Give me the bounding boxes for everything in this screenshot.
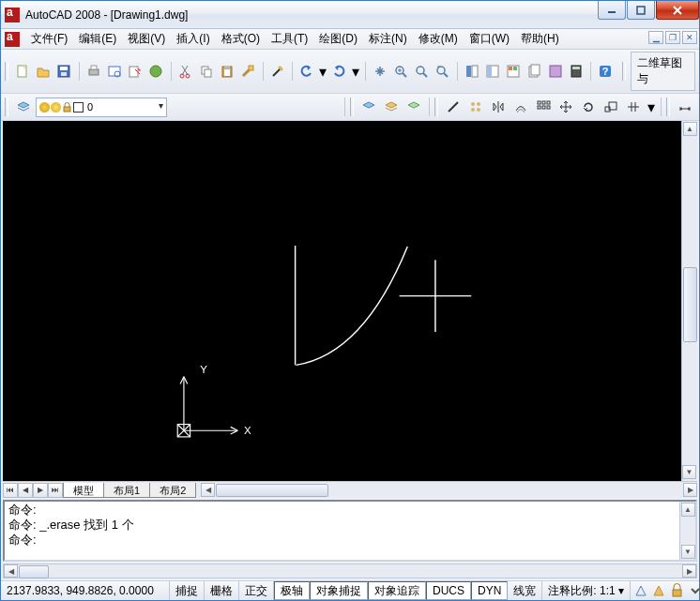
menu-format[interactable]: 格式(O) bbox=[216, 29, 266, 49]
menu-tools[interactable]: 工具(T) bbox=[266, 29, 313, 49]
tab-nav-next[interactable]: ▶ bbox=[33, 483, 48, 498]
array-button[interactable] bbox=[533, 97, 554, 117]
menu-help[interactable]: 帮助(H) bbox=[515, 29, 565, 49]
tab-nav-first[interactable]: ⏮ bbox=[3, 483, 18, 498]
toggle-polar[interactable]: 极轴 bbox=[274, 581, 310, 600]
scale-button[interactable] bbox=[601, 97, 621, 117]
layer-combo[interactable]: 0 bbox=[36, 98, 167, 117]
cut-button[interactable] bbox=[176, 61, 195, 82]
menu-file[interactable]: 文件(F) bbox=[25, 29, 73, 49]
lock-icon[interactable] bbox=[669, 582, 685, 598]
scroll-thumb-h[interactable] bbox=[216, 484, 328, 497]
properties-button[interactable] bbox=[462, 61, 480, 82]
publish-button[interactable] bbox=[126, 61, 145, 82]
undo-button[interactable] bbox=[297, 61, 316, 82]
menu-insert[interactable]: 插入(I) bbox=[171, 29, 215, 49]
scroll-up-button[interactable]: ▲ bbox=[681, 503, 695, 517]
annovis-icon[interactable] bbox=[651, 582, 667, 598]
layerprev-button[interactable] bbox=[381, 97, 402, 117]
toolbar-grip[interactable] bbox=[622, 62, 626, 81]
toggle-snap[interactable]: 捕捉 bbox=[170, 581, 205, 600]
command-scrollbar-h[interactable]: ◀ ▶ bbox=[3, 563, 697, 578]
print-button[interactable] bbox=[84, 61, 103, 82]
scroll-thumb[interactable] bbox=[683, 267, 697, 342]
markup-button[interactable] bbox=[546, 61, 565, 82]
canvas-scrollbar-v[interactable]: ▲ ▼ bbox=[681, 121, 697, 481]
annoscale-icon[interactable] bbox=[633, 582, 649, 598]
menu-modify[interactable]: 修改(M) bbox=[413, 29, 464, 49]
blockeditor-button[interactable] bbox=[267, 61, 286, 82]
scroll-track[interactable] bbox=[18, 564, 682, 578]
redo-button[interactable] bbox=[329, 61, 348, 82]
quickcalc-button[interactable] bbox=[567, 61, 586, 82]
paste-button[interactable] bbox=[218, 61, 236, 82]
tab-layout2[interactable]: 布局2 bbox=[149, 483, 196, 498]
toggle-osnap[interactable]: 对象捕捉 bbox=[310, 581, 368, 600]
menu-edit[interactable]: 编辑(E) bbox=[73, 29, 122, 49]
toggle-lwt[interactable]: 线宽 bbox=[508, 581, 542, 600]
new-button[interactable] bbox=[13, 61, 32, 82]
mdi-close[interactable]: ✕ bbox=[682, 31, 697, 44]
menu-view[interactable]: 视图(V) bbox=[122, 29, 171, 49]
scroll-left-button[interactable]: ◀ bbox=[201, 483, 215, 497]
tab-nav-prev[interactable]: ◀ bbox=[18, 483, 33, 498]
scroll-down-button[interactable]: ▼ bbox=[681, 545, 695, 559]
zoom-previous-button[interactable] bbox=[433, 61, 451, 82]
toggle-ortho[interactable]: 正交 bbox=[239, 581, 274, 600]
tab-layout1[interactable]: 布局1 bbox=[103, 483, 150, 498]
trim-dropdown[interactable]: ▾ bbox=[646, 97, 656, 117]
3ddwf-button[interactable] bbox=[146, 61, 165, 82]
toolbar-grip[interactable] bbox=[5, 62, 8, 81]
zoom-window-button[interactable] bbox=[412, 61, 431, 82]
zoom-realtime-button[interactable] bbox=[391, 61, 410, 82]
save-button[interactable] bbox=[54, 61, 73, 82]
minimize-button[interactable] bbox=[598, 1, 626, 20]
toggle-grid[interactable]: 栅格 bbox=[205, 581, 239, 600]
erase-button[interactable] bbox=[465, 97, 486, 117]
toggle-ducs[interactable]: DUCS bbox=[426, 581, 471, 600]
command-input-line[interactable]: 命令: bbox=[8, 533, 678, 548]
titlebar[interactable]: AutoCAD 2008 - [Drawing1.dwg] bbox=[1, 1, 699, 29]
toolbar-grip[interactable] bbox=[666, 98, 670, 116]
scroll-up-button[interactable]: ▲ bbox=[683, 122, 697, 136]
move-button[interactable] bbox=[555, 97, 576, 117]
toolpalettes-button[interactable] bbox=[504, 61, 523, 82]
tray-settings-icon[interactable] bbox=[687, 582, 700, 598]
designcenter-button[interactable] bbox=[483, 61, 502, 82]
scroll-right-button[interactable]: ▶ bbox=[683, 483, 697, 497]
toggle-dyn[interactable]: DYN bbox=[471, 581, 508, 600]
offset-button[interactable] bbox=[510, 97, 531, 117]
menu-draw[interactable]: 绘图(D) bbox=[313, 29, 363, 49]
toolbar-grip[interactable] bbox=[434, 98, 438, 116]
command-window[interactable]: 命令: 命令: _.erase 找到 1 个 命令: ▲ ▼ bbox=[3, 500, 697, 562]
mirror-button[interactable] bbox=[488, 97, 509, 117]
workspace-label[interactable]: 二维草图与 bbox=[631, 52, 695, 91]
drawing-canvas[interactable]: Y X ▲ ▼ ⏮ ◀ ▶ ⏭ 模型 布局1 布局2 ◀ ▶ bbox=[3, 121, 697, 498]
close-button[interactable] bbox=[656, 1, 699, 20]
toolbar-grip[interactable] bbox=[350, 98, 354, 116]
menu-window[interactable]: 窗口(W) bbox=[464, 29, 515, 49]
layermatch-button[interactable] bbox=[403, 97, 424, 117]
mdi-minimize[interactable]: ▁ bbox=[648, 31, 663, 44]
matchprops-button[interactable] bbox=[238, 61, 257, 82]
document-icon[interactable] bbox=[5, 32, 20, 47]
dimension-button[interactable] bbox=[675, 97, 695, 117]
layer-manager-button[interactable] bbox=[13, 97, 34, 117]
line-button[interactable] bbox=[443, 97, 464, 117]
command-scrollbar-v[interactable]: ▲ ▼ bbox=[679, 502, 695, 560]
layeriso-button[interactable] bbox=[358, 97, 379, 117]
tab-model[interactable]: 模型 bbox=[63, 483, 104, 498]
menu-dim[interactable]: 标注(N) bbox=[363, 29, 413, 49]
rotate-button[interactable] bbox=[578, 97, 599, 117]
maximize-button[interactable] bbox=[627, 1, 655, 20]
tab-nav-last[interactable]: ⏭ bbox=[48, 483, 63, 498]
toggle-otrack[interactable]: 对象追踪 bbox=[368, 581, 426, 600]
copy-button[interactable] bbox=[197, 61, 216, 82]
redo-dropdown[interactable]: ▾ bbox=[350, 61, 359, 82]
scroll-down-button[interactable]: ▼ bbox=[682, 465, 696, 479]
scroll-right-button[interactable]: ▶ bbox=[682, 564, 696, 578]
trim-button[interactable] bbox=[623, 97, 644, 117]
help-button[interactable]: ? bbox=[596, 61, 615, 82]
undo-dropdown[interactable]: ▾ bbox=[318, 61, 327, 82]
canvas-scrollbar-h[interactable]: ◀ ▶ bbox=[201, 483, 697, 498]
